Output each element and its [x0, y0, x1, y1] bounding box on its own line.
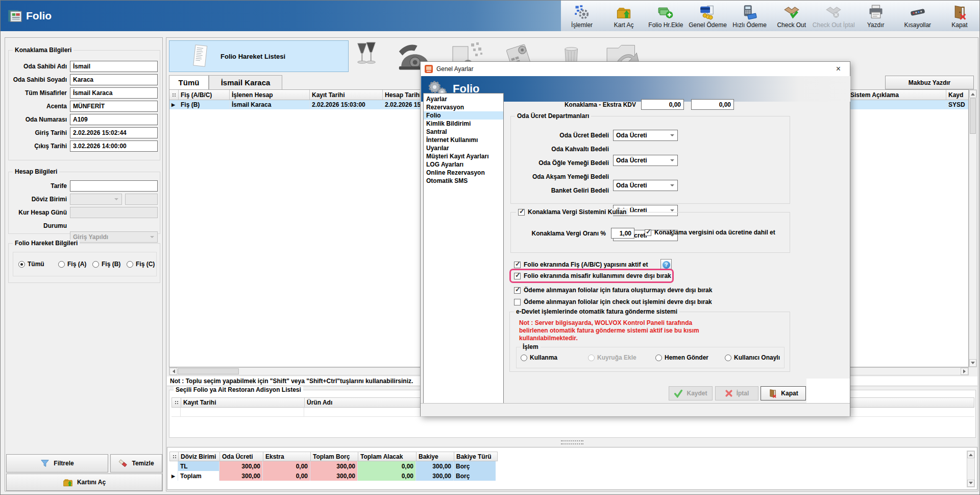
makbuz-yazdir-button[interactable]: Makbuz Yazdır [885, 76, 974, 89]
radio-kullanma[interactable]: Kullanma [521, 354, 557, 361]
tab-ismail-karaca[interactable]: İsmail Karaca [209, 75, 282, 89]
tum-misafirler-field[interactable]: İsmail Karaca [70, 87, 158, 99]
konaklama-kdv-field[interactable]: 0,00 [641, 99, 684, 110]
radio-fis-c[interactable]: Fiş (C) [127, 261, 155, 268]
column-header[interactable]: Döviz Birimi [179, 452, 220, 461]
oda-ucret-departmanlari-group: Oda Ücret Departmanları Oda Ücret Bedeli… [510, 116, 790, 204]
oda-ucret-bedeli-select[interactable]: Oda Ücreti [613, 130, 678, 141]
nav-item-folio[interactable]: Folio [424, 111, 503, 120]
column-header[interactable]: Kayd [946, 90, 969, 100]
vergi-orani-field[interactable]: 1,00 [611, 228, 634, 239]
genel-ayarlar-dialog: Genel Ayarlar × Folio Ayarlar Rezervasyo… [420, 61, 850, 416]
cell-doviz-birimi: Toplam [178, 471, 219, 481]
splitter-handle[interactable] [561, 440, 583, 444]
oda-sahibi-adi-field[interactable]: İsmail [70, 61, 158, 72]
grid-corner[interactable] [172, 398, 181, 407]
dialog-close-button[interactable]: × [827, 62, 850, 76]
radio-tumu[interactable]: Tümü [18, 261, 44, 268]
fis-filter-box: Tümü Fiş (A) Fiş (B) Fiş (C) [13, 252, 157, 276]
oda-ogle-yemegi-bedeli-select[interactable]: Oda Ücreti [613, 180, 678, 191]
grid-corner[interactable] [169, 90, 179, 100]
grid-corner[interactable] [170, 452, 179, 461]
table-row[interactable]: TL 300,00 0,00 300,00 0,00 300,00 Borç [169, 461, 498, 471]
nav-item-rezervasyon[interactable]: Rezervasyon [424, 103, 503, 111]
dialog-title-bar[interactable]: Genel Ayarlar [421, 62, 850, 76]
field-label: Banket Geliri Bedeli [511, 187, 609, 194]
fatura-olusturma-checkbox[interactable]: ✓ Ödeme alınmayan foliolar için fatura o… [514, 287, 712, 294]
kur-hesap-gunu-field [70, 207, 158, 218]
column-header[interactable]: Kayıt Tarihi [181, 398, 305, 407]
button-label: Kaydet [687, 390, 707, 397]
toolbar-button-genel-odeme[interactable]: Genel Ödeme [687, 1, 728, 31]
column-header[interactable]: İşlenen Hesap [230, 90, 310, 100]
nav-item-kimlik-bildirimi[interactable]: Kimlik Bildirimi [424, 120, 503, 128]
toolbar-button-yazdir[interactable]: Yazdır [855, 1, 897, 31]
toolbar-button-kart-ac[interactable]: Kart Aç [603, 1, 645, 31]
column-header[interactable]: Toplam Borç [311, 452, 358, 461]
vergi-sistemi-checkbox[interactable]: ✓ Konaklama Vergi Sistemini Kullan [516, 208, 628, 216]
nav-item-online-rezervasyon[interactable]: Online Rezervasyon [424, 169, 503, 177]
durumu-select: Giriş Yapıldı [70, 231, 158, 243]
filtrele-button[interactable]: Filtrele [6, 454, 108, 473]
add-folio-movement-icon [658, 5, 673, 20]
column-header[interactable]: Bakiye Türü [454, 452, 496, 461]
nav-item-santral[interactable]: Santral [424, 128, 503, 136]
folio-hareket-listesi-card[interactable]: Folio Hareket Listesi [169, 40, 349, 72]
ekstra-kdv-field[interactable]: 0,00 [691, 99, 734, 110]
radio-kullanici-onayli[interactable]: Kullanıcı Onaylı [725, 354, 780, 361]
cikis-tarihi-field[interactable]: 3.02.2026 14:00:00 [70, 140, 158, 152]
oda-sahibi-soyadi-field[interactable]: Karaca [70, 74, 158, 85]
nav-item-uyarilar[interactable]: Uyarılar [424, 144, 503, 152]
radio-dot [588, 355, 595, 361]
nav-item-ayarlar[interactable]: Ayarlar [424, 95, 503, 103]
fis-yapisi-checkbox[interactable]: ✓ Folio ekranında Fiş (A/B/C) yapısını a… [514, 261, 648, 268]
column-header[interactable]: Kayıt Tarihi [310, 90, 383, 100]
toolbar-label: Yazdır [867, 21, 885, 29]
toolbar-button-check-out[interactable]: Check Out [771, 1, 813, 31]
kartini-ac-button[interactable]: Kartını Aç [6, 474, 162, 491]
column-header[interactable]: Sistem Açıklama [848, 90, 946, 100]
oda-kahvalti-bedeli-select[interactable]: Oda Ücreti [613, 155, 678, 166]
grid-vscrollbar[interactable] [969, 89, 977, 367]
column-header[interactable]: Oda Ücreti [220, 452, 263, 461]
vergi-dahil-checkbox[interactable]: ✓ Konaklama vergisini oda ücretine dahil… [645, 229, 775, 236]
kaydet-button: Kaydet [669, 386, 713, 400]
tab-label: Tümü [179, 78, 200, 87]
footer-filler [806, 379, 850, 403]
bar-icon[interactable] [352, 41, 381, 74]
radio-dot [92, 261, 99, 268]
nav-item-internet-kullanimi[interactable]: İnternet Kullanımı [424, 136, 503, 144]
acenta-field[interactable]: MÜNFERİT [70, 101, 158, 112]
field-label: Oda Kahvaltı Bedeli [511, 146, 609, 153]
temizle-button[interactable]: Temizle [110, 454, 162, 473]
nav-item-musteri-kayit-ayarlari[interactable]: Müşteri Kayıt Ayarları [424, 152, 503, 160]
column-header[interactable]: Toplam Alacak [358, 452, 416, 461]
toolbar-button-islemler[interactable]: İşlemler [561, 1, 603, 31]
column-header[interactable]: Ekstra [263, 452, 311, 461]
checkout-islemi-checkbox[interactable]: Ödeme alınmayan foliolar için check out … [514, 298, 712, 305]
nav-item-log-ayarlari[interactable]: LOG Ayarları [424, 160, 503, 169]
table-row[interactable]: ▶ Toplam 300,00 0,00 300,00 0,00 300,00 … [169, 471, 498, 481]
column-header[interactable]: Fiş (A/B/C) [179, 90, 230, 100]
toolbar-button-kapat[interactable]: Kapat [939, 1, 980, 31]
group-title: Konaklama Bilgileri [13, 46, 74, 54]
giris-tarihi-field[interactable]: 2.02.2026 15:02:44 [70, 127, 158, 138]
summary-vscrollbar[interactable] [967, 451, 975, 487]
toolbar-button-kisayollar[interactable]: Kısayollar [897, 1, 939, 31]
radio-hemen-gonder[interactable]: Hemen Gönder [655, 354, 708, 361]
shortcuts-icon [910, 5, 925, 20]
toolbar-button-folio-hr-ekle[interactable]: Folio Hr.Ekle [645, 1, 687, 31]
window-title: Folio [26, 1, 52, 31]
radio-fis-b[interactable]: Fiş (B) [92, 261, 120, 268]
column-header[interactable]: Bakiye [416, 452, 454, 461]
tarife-field[interactable] [70, 180, 158, 192]
oda-numarasi-field[interactable]: A109 [70, 114, 158, 125]
folio-window: Folio İşlemler Kart Aç [0, 0, 980, 495]
radio-fis-a[interactable]: Fiş (A) [58, 261, 86, 268]
toolbar-button-hizli-odeme[interactable]: Hızlı Ödeme [729, 1, 771, 31]
nav-item-otomatik-sms[interactable]: Otomatik SMS [424, 177, 503, 185]
misafir-kullanimi-checkbox[interactable]: ✓ Folio ekranında misafir kullanımını de… [514, 272, 671, 279]
save-check-icon [674, 389, 683, 398]
kapat-button[interactable]: Kapat [761, 386, 806, 400]
tab-tumu[interactable]: Tümü [169, 75, 209, 89]
